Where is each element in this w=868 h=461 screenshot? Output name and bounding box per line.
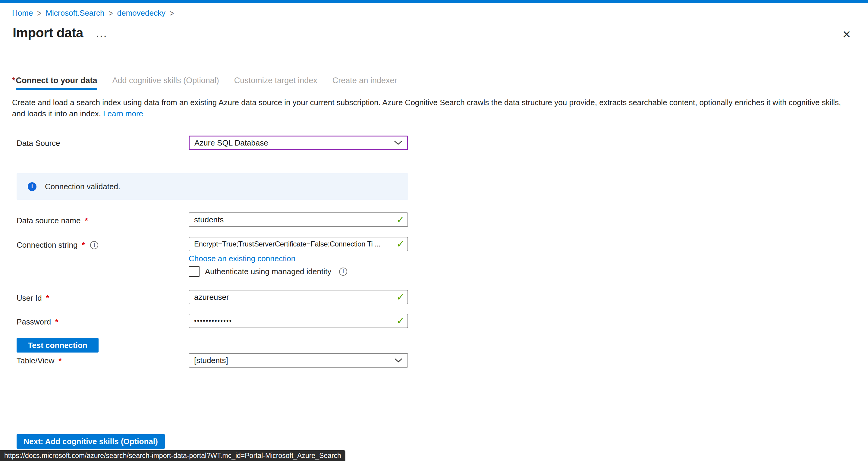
portal-top-accent-bar — [0, 0, 868, 3]
connection-string-label: Connection string* i — [17, 241, 98, 250]
tab-connect-to-your-data[interactable]: *Connect to your data — [12, 76, 97, 85]
info-icon[interactable]: i — [90, 241, 98, 249]
data-source-name-input[interactable] — [189, 213, 407, 226]
tab-label: Add cognitive skills (Optional) — [113, 76, 219, 85]
password-label: Password* — [17, 317, 58, 327]
browser-status-bar: https://docs.microsoft.com/azure/search/… — [0, 450, 345, 461]
label-text: Password — [17, 317, 51, 327]
info-icon: i — [28, 182, 36, 191]
data-source-value: Azure SQL Database — [194, 138, 268, 148]
close-icon[interactable]: ✕ — [842, 28, 851, 41]
tab-label: Create an indexer — [333, 76, 397, 85]
required-asterisk: * — [59, 356, 61, 366]
label-text: Data Source — [17, 139, 60, 148]
managed-identity-row: Authenticate using managed identity i — [189, 266, 347, 277]
tab-label: Customize target index — [234, 76, 317, 85]
connection-string-field: ✓ — [189, 237, 408, 251]
managed-identity-checkbox[interactable] — [189, 266, 199, 277]
password-field: ✓ — [189, 314, 408, 328]
tab-create-an-indexer[interactable]: Create an indexer — [333, 76, 397, 85]
data-source-name-field: ✓ — [189, 212, 408, 227]
tab-label: Connect to your data — [16, 76, 97, 85]
choose-existing-connection-row: Choose an existing connection — [189, 254, 296, 263]
managed-identity-label: Authenticate using managed identity — [205, 267, 331, 276]
password-input[interactable] — [189, 314, 407, 328]
required-asterisk: * — [82, 241, 85, 250]
required-asterisk: * — [46, 294, 49, 303]
import-data-page: Home > Microsoft.Search > demovedecky > … — [0, 0, 868, 461]
breadcrumb-demovedecky[interactable]: demovedecky — [117, 8, 165, 18]
breadcrumb-home[interactable]: Home — [12, 8, 33, 18]
chevron-down-icon — [394, 141, 402, 145]
user-id-field: ✓ — [189, 290, 408, 304]
next-add-cognitive-skills-button[interactable]: Next: Add cognitive skills (Optional) — [17, 434, 165, 449]
label-text: Connection string — [17, 241, 78, 250]
info-icon[interactable]: i — [339, 268, 347, 276]
valid-check-icon: ✓ — [396, 315, 404, 327]
status-url: https://docs.microsoft.com/azure/search/… — [4, 452, 341, 460]
tab-add-cognitive-skills[interactable]: Add cognitive skills (Optional) — [113, 76, 219, 85]
connection-string-input[interactable] — [189, 238, 407, 251]
data-source-name-label: Data source name* — [17, 216, 88, 225]
page-description: Create and load a search index using dat… — [12, 97, 855, 119]
table-view-dropdown[interactable]: [students] — [189, 353, 408, 368]
title-bar: Import data … — [13, 25, 108, 40]
table-view-label: Table/View* — [17, 356, 61, 366]
more-options-icon[interactable]: … — [95, 30, 108, 36]
breadcrumb-separator: > — [108, 8, 113, 19]
chevron-down-icon — [394, 358, 403, 363]
label-text: Table/View — [17, 356, 54, 366]
table-view-value: [students] — [194, 356, 228, 365]
breadcrumb: Home > Microsoft.Search > demovedecky > — [12, 8, 174, 18]
valid-check-icon: ✓ — [396, 291, 404, 303]
wizard-tabs: *Connect to your data Add cognitive skil… — [12, 76, 397, 85]
breadcrumb-separator: > — [170, 8, 174, 19]
banner-text: Connection validated. — [45, 182, 120, 191]
learn-more-link[interactable]: Learn more — [103, 109, 143, 118]
user-id-input[interactable] — [189, 290, 407, 304]
breadcrumb-microsoft-search[interactable]: Microsoft.Search — [45, 8, 104, 18]
choose-existing-connection-link[interactable]: Choose an existing connection — [189, 254, 296, 263]
breadcrumb-separator: > — [37, 8, 41, 19]
required-asterisk: * — [55, 317, 58, 327]
required-asterisk: * — [85, 216, 88, 225]
tab-customize-target-index[interactable]: Customize target index — [234, 76, 317, 85]
tab-required-asterisk: * — [12, 76, 16, 85]
test-connection-button[interactable]: Test connection — [17, 338, 98, 352]
footer-divider — [0, 423, 868, 423]
label-text: User Id — [17, 294, 42, 303]
valid-check-icon: ✓ — [396, 214, 404, 225]
user-id-label: User Id* — [17, 294, 49, 303]
valid-check-icon: ✓ — [396, 238, 404, 250]
connection-validated-banner: i Connection validated. — [17, 173, 408, 200]
data-source-dropdown[interactable]: Azure SQL Database — [189, 135, 408, 150]
data-source-label: Data Source — [17, 139, 60, 148]
page-title: Import data — [13, 25, 83, 40]
label-text: Data source name — [17, 216, 81, 225]
